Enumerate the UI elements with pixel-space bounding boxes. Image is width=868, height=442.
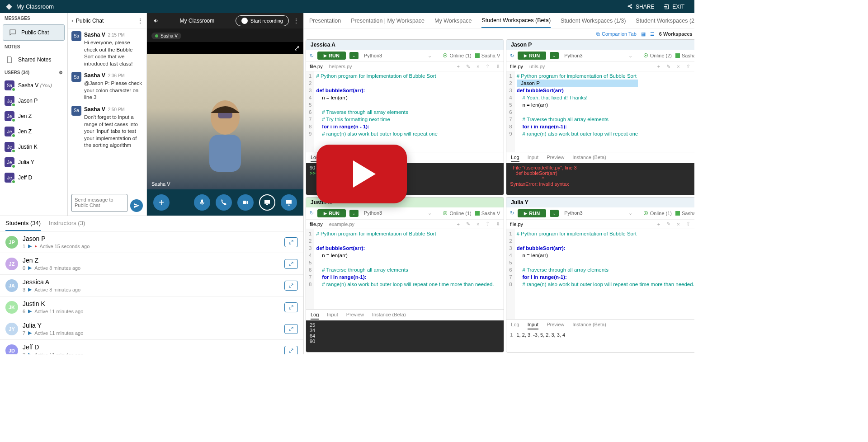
camera-button[interactable] [237,194,254,211]
share-button[interactable]: SHARE [622,2,659,12]
reload-icon[interactable]: ↻ [510,53,514,59]
add-file-icon[interactable]: + [657,221,660,227]
open-workspace-button[interactable] [284,346,298,355]
add-file-icon[interactable]: + [457,221,459,227]
reload-icon[interactable]: ↻ [310,210,314,216]
list-icon[interactable]: ☰ [650,31,655,37]
output-tab[interactable]: Preview [547,153,564,162]
language-select[interactable]: Python3 ⌄ [362,53,434,59]
code-editor[interactable]: 12345678# Python program for implementat… [506,229,694,320]
edit-icon[interactable]: ✎ [466,221,470,227]
run-button[interactable]: RUN [317,52,346,60]
reload-icon[interactable]: ↻ [310,53,314,59]
edit-icon[interactable]: ✎ [466,64,470,70]
phone-button[interactable] [216,194,232,211]
companion-tab-link[interactable]: ⧉ Companion Tab [596,31,637,37]
workspace-tab[interactable]: Student Workspaces (2/3) [636,14,694,28]
user-item[interactable]: JeJen Z [0,108,67,124]
user-item[interactable]: SaSasha V (You) [0,78,67,93]
output-tab[interactable]: Preview [547,320,564,329]
student-row[interactable]: JDJeff D2▶Active 11 minutes ago [0,340,303,354]
code-editor[interactable]: 123456789# Python program for implementa… [506,71,694,152]
file-tab[interactable]: file.py [310,63,323,70]
expand-icon[interactable]: ⤢ [294,44,300,52]
present-button[interactable] [281,194,297,211]
grid-icon[interactable]: ▦ [641,31,646,37]
add-button[interactable]: + [153,194,170,211]
send-button[interactable] [130,199,143,212]
run-dropdown[interactable]: ⌄ [349,210,359,217]
student-row[interactable]: JZJen Z0▶Active 8 minutes ago [0,253,303,275]
chat-back-icon[interactable]: ‹ [71,18,73,24]
student-row[interactable]: JAJessica A3▶Active 8 minutes ago [0,275,303,296]
open-workspace-button[interactable] [284,302,298,312]
workspace-tab[interactable]: Student Workspaces (1/3) [561,14,626,28]
input-area[interactable]: 11, 2, 3, -3, 5, 2, 3, 3, 4 [506,330,694,352]
exit-button[interactable]: EXIT [659,2,689,12]
open-workspace-button[interactable] [284,259,298,269]
student-row[interactable]: JYJulia Y7▶Active 11 minutes ago [0,318,303,340]
language-select[interactable]: Python3 ⌄ [562,53,634,59]
user-item[interactable]: JeJen Z [0,124,67,139]
file-tab[interactable]: file.py [310,221,323,228]
users-toggle-icon[interactable] [151,17,159,24]
download-icon[interactable]: ⇩ [496,221,500,227]
start-recording-button[interactable]: Start recording [236,15,289,26]
run-button[interactable]: RUN [317,209,346,217]
add-file-icon[interactable]: + [457,64,459,69]
play-overlay-button[interactable] [316,145,407,203]
output-tab[interactable]: Instance (Beta) [372,310,406,320]
run-button[interactable]: RUN [518,209,546,217]
file-tab[interactable]: example.py [329,221,354,228]
open-workspace-button[interactable] [284,324,298,334]
close-icon[interactable]: × [476,64,479,69]
output-tab[interactable]: Log [511,320,519,329]
output-tab[interactable]: Log [311,310,319,320]
user-item[interactable]: JaJason P [0,93,67,108]
user-item[interactable]: JeJulia Y [0,155,67,170]
shared-notes-item[interactable]: Shared Notes [0,52,67,67]
upload-icon[interactable]: ⇧ [486,64,490,70]
output-tab[interactable]: Preview [346,310,364,320]
student-row[interactable]: JPJason P1▶●Active 15 seconds ago [0,231,303,253]
public-chat-item[interactable]: Public Chat [3,24,65,41]
upload-icon[interactable]: ⇧ [686,64,690,70]
run-button[interactable]: RUN [518,52,546,60]
output-tab[interactable]: Instance (Beta) [572,153,606,162]
open-workspace-button[interactable] [284,237,298,247]
language-select[interactable]: Python3 ⌄ [562,210,634,216]
workspace-tab[interactable]: Presentation [309,14,341,28]
user-item[interactable]: JeJeff D [0,170,67,185]
code-editor[interactable]: 123456789# Python program for implementa… [306,71,504,152]
reload-icon[interactable]: ↻ [510,210,514,216]
gear-icon[interactable]: ⚙ [59,70,63,75]
chat-menu-icon[interactable]: ⋮ [137,18,143,24]
file-tab[interactable]: file.py [510,221,523,228]
video-menu-icon[interactable]: ⋮ [293,18,299,24]
chat-input[interactable] [71,194,127,212]
workspace-tab[interactable]: My Workspace [434,14,472,28]
language-select[interactable]: Python3 ⌄ [362,210,434,216]
run-dropdown[interactable]: ⌄ [550,210,559,217]
output-tab[interactable]: Instance (Beta) [572,320,606,329]
open-workspace-button[interactable] [284,281,298,291]
download-icon[interactable]: ⇩ [496,64,500,70]
run-dropdown[interactable]: ⌄ [550,52,559,59]
add-file-icon[interactable]: + [657,64,660,69]
file-tab[interactable]: helpers.py [329,63,352,70]
close-icon[interactable]: × [677,221,679,227]
mic-button[interactable] [194,194,210,211]
file-tab[interactable]: utils.py [529,63,545,70]
output-tab[interactable]: Input [327,310,338,320]
workspace-tab[interactable]: Student Workspaces (Beta) [481,14,551,28]
edit-icon[interactable]: ✎ [666,64,670,70]
edit-icon[interactable]: ✎ [666,221,670,227]
user-item[interactable]: JeJustin K [0,139,67,155]
student-row[interactable]: JKJustin K6▶Active 11 minutes ago [0,296,303,318]
output-tab[interactable]: Input [528,320,538,329]
workspace-tab[interactable]: Presentation | My Workspace [351,14,425,28]
run-dropdown[interactable]: ⌄ [349,52,359,59]
output-tab[interactable]: Log [511,153,519,162]
code-editor[interactable]: 12345678# Python program for implementat… [306,229,504,310]
output-tab[interactable]: Input [528,153,538,162]
